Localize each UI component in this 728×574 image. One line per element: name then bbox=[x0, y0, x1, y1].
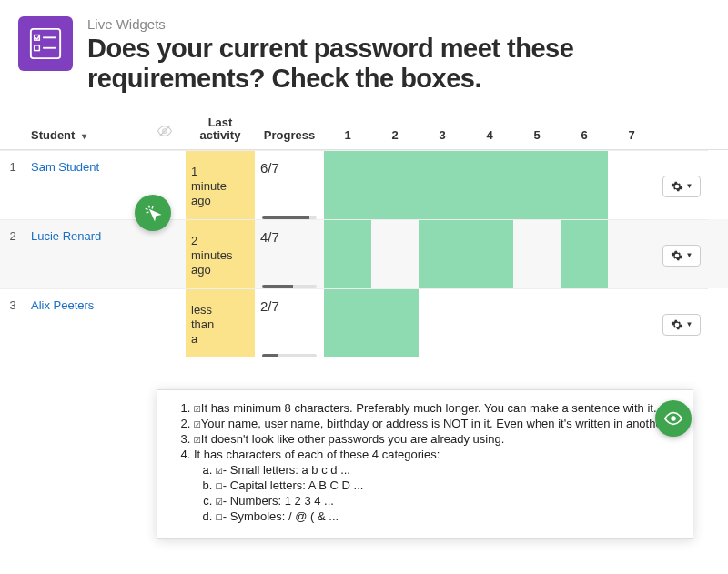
answer-list: ☑It has minimum 8 characters. Preferably… bbox=[176, 401, 678, 523]
answer-item: ☑Your name, user name, birthday or addre… bbox=[194, 417, 678, 430]
question-cell-q5[interactable] bbox=[513, 150, 561, 219]
answer-subitem: ☐- Symboles: / @ ( & ... bbox=[216, 509, 678, 523]
student-name-link[interactable]: Lucie Renard bbox=[25, 219, 144, 288]
col-q6[interactable]: 6 bbox=[561, 121, 608, 149]
progress-cell: 6/7 bbox=[255, 150, 324, 219]
table-row: 3Alix Peeterslessthana2/7▼ bbox=[0, 288, 728, 357]
row-actions-button[interactable]: ▼ bbox=[662, 245, 702, 267]
question-cell-q7[interactable] bbox=[608, 288, 655, 357]
answer-item: ☑It doesn't look like other passwords yo… bbox=[194, 432, 678, 446]
row-number: 3 bbox=[0, 288, 25, 357]
question-cell-q3[interactable] bbox=[419, 219, 466, 288]
question-cell-q5[interactable] bbox=[513, 288, 561, 357]
question-cell-q7[interactable] bbox=[608, 150, 655, 219]
question-cell-q7[interactable] bbox=[608, 219, 655, 288]
col-q5[interactable]: 5 bbox=[513, 121, 561, 149]
question-cell-q1[interactable] bbox=[324, 219, 371, 288]
col-student[interactable]: Student ▾ bbox=[25, 121, 144, 149]
page-subtitle: Live Widgets bbox=[87, 16, 710, 32]
row-actions-button[interactable]: ▼ bbox=[662, 314, 702, 336]
svg-line-7 bbox=[148, 206, 149, 208]
student-name-link[interactable]: Alix Peeters bbox=[25, 288, 144, 357]
col-q4[interactable]: 4 bbox=[466, 121, 513, 149]
question-cell-q2[interactable] bbox=[371, 150, 419, 219]
answer-subitem: ☐- Capital letters: A B C D ... bbox=[216, 478, 678, 492]
col-student-label: Student bbox=[31, 128, 75, 142]
svg-rect-3 bbox=[35, 45, 40, 51]
row-number: 1 bbox=[0, 150, 25, 219]
col-visibility[interactable] bbox=[144, 116, 186, 149]
col-progress[interactable]: Progress bbox=[255, 121, 324, 149]
visibility-cell bbox=[144, 288, 186, 357]
question-cell-q3[interactable] bbox=[419, 288, 466, 357]
svg-point-11 bbox=[671, 416, 676, 421]
last-activity-cell: lessthana bbox=[186, 288, 255, 357]
question-cell-q5[interactable] bbox=[513, 219, 561, 288]
eye-slash-icon bbox=[157, 123, 173, 139]
question-cell-q6[interactable] bbox=[561, 219, 608, 288]
page-title: Does your current password meet these re… bbox=[87, 34, 710, 95]
question-cell-q4[interactable] bbox=[466, 150, 513, 219]
answer-subitem: ☑- Small letters: a b c d ... bbox=[216, 463, 678, 477]
progress-cell: 2/7 bbox=[255, 288, 324, 357]
question-cell-q2[interactable] bbox=[371, 219, 419, 288]
tutorial-preview-badge-icon bbox=[655, 400, 692, 437]
tutorial-click-badge-icon bbox=[135, 195, 171, 231]
col-q1[interactable]: 1 bbox=[324, 121, 371, 149]
col-q7[interactable]: 7 bbox=[608, 121, 655, 149]
row-actions-cell: ▼ bbox=[655, 150, 708, 219]
answer-item: It has characters of each of these 4 cat… bbox=[194, 448, 678, 523]
question-cell-q4[interactable] bbox=[466, 219, 513, 288]
caret-down-icon: ▼ bbox=[686, 182, 693, 190]
question-cell-q6[interactable] bbox=[561, 150, 608, 219]
answer-subitem: ☑- Numbers: 1 2 3 4 ... bbox=[216, 494, 678, 508]
gear-icon bbox=[671, 249, 683, 262]
col-q2[interactable]: 2 bbox=[371, 121, 419, 149]
svg-line-10 bbox=[152, 206, 153, 209]
svg-line-8 bbox=[146, 208, 148, 209]
question-cell-q2[interactable] bbox=[371, 288, 419, 357]
answer-detail-popup: ☑It has minimum 8 characters. Preferably… bbox=[157, 389, 693, 539]
table-row: 1Sam Student1minuteago6/7▼ bbox=[0, 150, 728, 219]
widget-checklist-icon bbox=[18, 16, 73, 71]
progress-cell: 4/7 bbox=[255, 219, 324, 288]
question-cell-q1[interactable] bbox=[324, 288, 371, 357]
gear-icon bbox=[671, 180, 683, 193]
col-last-activity[interactable]: Last activity bbox=[186, 109, 255, 150]
question-cell-q3[interactable] bbox=[419, 150, 466, 219]
row-actions-button[interactable]: ▼ bbox=[662, 176, 702, 197]
caret-down-icon: ▼ bbox=[686, 320, 693, 328]
svg-rect-0 bbox=[31, 29, 60, 58]
last-activity-cell: 2minutesago bbox=[186, 219, 255, 288]
answer-item: ☑It has minimum 8 characters. Preferably… bbox=[194, 401, 678, 415]
col-q3[interactable]: 3 bbox=[419, 121, 466, 149]
svg-line-9 bbox=[147, 212, 149, 213]
row-number: 2 bbox=[0, 219, 25, 288]
table-header-row: Student ▾ Last activity Progress 1 2 3 4… bbox=[0, 109, 728, 151]
student-progress-table: Student ▾ Last activity Progress 1 2 3 4… bbox=[0, 109, 728, 358]
caret-down-icon: ▼ bbox=[686, 251, 693, 259]
table-row: 2Lucie Renard2minutesago4/7▼ bbox=[0, 219, 728, 288]
student-name-link[interactable]: Sam Student bbox=[25, 150, 144, 219]
question-cell-q1[interactable] bbox=[324, 150, 371, 219]
row-actions-cell: ▼ bbox=[655, 219, 708, 288]
question-cell-q4[interactable] bbox=[466, 288, 513, 357]
last-activity-cell: 1minuteago bbox=[186, 150, 255, 219]
row-actions-cell: ▼ bbox=[655, 288, 708, 357]
page-header: Live Widgets Does your current password … bbox=[0, 0, 728, 104]
sort-caret-icon: ▾ bbox=[82, 131, 86, 141]
gear-icon bbox=[671, 318, 683, 331]
question-cell-q6[interactable] bbox=[561, 288, 608, 357]
